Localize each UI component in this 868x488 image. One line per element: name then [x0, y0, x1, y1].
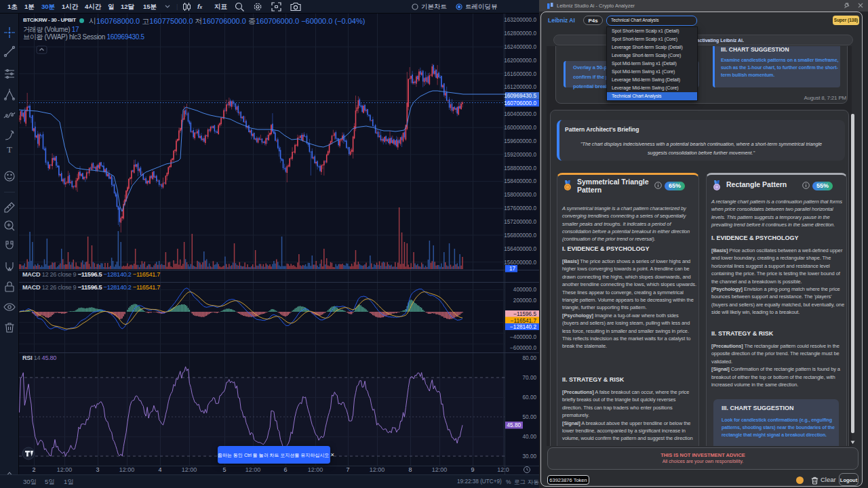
- svg-text:12:00: 12:00: [119, 466, 135, 473]
- svg-text:−128140.2: −128140.2: [510, 324, 536, 330]
- svg-text:161200000.0: 161200000.0: [504, 84, 536, 90]
- svg-text:12:00: 12:00: [370, 466, 385, 473]
- svg-text:8: 8: [408, 466, 412, 473]
- svg-text:70.00: 70.00: [523, 375, 537, 381]
- svg-text:12:0: 12:0: [497, 466, 509, 473]
- svg-text:160000000.0: 160000000.0: [504, 125, 536, 131]
- svg-text:12:00: 12:00: [182, 466, 197, 473]
- svg-text:158000000.0: 158000000.0: [504, 192, 536, 198]
- svg-text:9: 9: [471, 466, 474, 473]
- svg-text:159600000.0: 159600000.0: [504, 138, 536, 144]
- svg-text:60.00: 60.00: [523, 394, 537, 401]
- svg-text:−116541.7: −116541.7: [511, 318, 537, 324]
- svg-text:17: 17: [509, 266, 516, 272]
- svg-text:12:00: 12:00: [308, 466, 323, 473]
- svg-text:80.00: 80.00: [523, 355, 537, 361]
- svg-text:156400000.0: 156400000.0: [504, 246, 536, 252]
- svg-text:4: 4: [158, 466, 161, 473]
- svg-text:−600000.0: −600000.0: [510, 345, 536, 351]
- svg-text:161600000.0: 161600000.0: [504, 71, 536, 77]
- svg-text:40.00: 40.00: [523, 434, 537, 440]
- svg-text:157200000.0: 157200000.0: [504, 219, 536, 225]
- svg-text:12:00: 12:00: [57, 466, 73, 473]
- svg-text:30.00: 30.00: [523, 453, 537, 460]
- svg-text:160400000.0: 160400000.0: [504, 111, 536, 117]
- svg-text:−11596.5: −11596.5: [513, 311, 536, 317]
- svg-text:50.00: 50.00: [523, 414, 537, 420]
- svg-text:162000000.0: 162000000.0: [504, 58, 536, 64]
- svg-text:−400000.0: −400000.0: [510, 334, 536, 340]
- svg-text:162400000.0: 162400000.0: [504, 44, 536, 50]
- svg-text:400000.0: 400000.0: [513, 287, 537, 293]
- svg-text:158800000.0: 158800000.0: [504, 165, 536, 171]
- svg-text:160706000.0: 160706000.0: [504, 100, 536, 106]
- svg-text:157600000.0: 157600000.0: [504, 205, 536, 211]
- svg-text:45.80: 45.80: [507, 422, 521, 428]
- svg-text:200000.0: 200000.0: [513, 298, 537, 304]
- svg-text:12:00: 12:00: [245, 466, 261, 473]
- svg-text:3: 3: [96, 466, 99, 473]
- svg-text:160969430.5: 160969430.5: [504, 93, 536, 99]
- svg-text:12:00: 12:00: [432, 466, 448, 473]
- svg-text:2: 2: [32, 466, 35, 473]
- svg-text:7: 7: [346, 466, 349, 473]
- svg-text:5: 5: [222, 466, 226, 473]
- svg-text:163200000.0: 163200000.0: [504, 17, 536, 23]
- svg-text:6: 6: [283, 466, 287, 473]
- svg-text:158400000.0: 158400000.0: [504, 178, 536, 184]
- svg-text:156800000.0: 156800000.0: [504, 232, 536, 239]
- svg-text:162800000.0: 162800000.0: [504, 30, 536, 37]
- svg-text:156000000.0: 156000000.0: [504, 260, 536, 266]
- svg-text:159200000.0: 159200000.0: [504, 152, 536, 158]
